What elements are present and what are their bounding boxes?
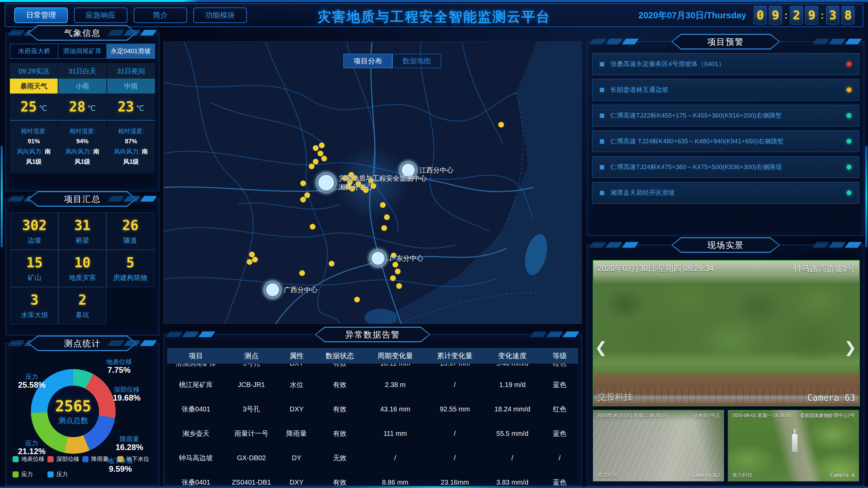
project-dot[interactable]: [300, 197, 306, 202]
alarm-panel-title: 异常数据告警: [315, 327, 430, 342]
project-dot[interactable]: [252, 257, 258, 263]
sub-camera-view-2[interactable]: 2020-06-01 星期一 18:36:41 娄底固体废物处理中心2号 致力科…: [728, 410, 859, 482]
project-dot[interactable]: [319, 143, 324, 148]
project-dot[interactable]: [246, 259, 252, 265]
alarm-cell: 湘乡壶天: [167, 429, 225, 438]
clock-digit: 9: [805, 6, 818, 24]
warning-item-4[interactable]: 仁博高速 TJ24标K480+635～K480+940(K941+650)右侧路…: [592, 130, 859, 152]
weather-temperature: 23℃: [107, 94, 155, 121]
panel-decoration: [814, 39, 860, 44]
legend-label: 地表位移: [21, 455, 44, 463]
project-dot[interactable]: [384, 215, 390, 220]
stat-label: 地质灾害: [69, 273, 96, 282]
alarm-cell: /: [541, 454, 578, 462]
warning-item-6[interactable]: 湘潭县天易经开区滑坡: [592, 182, 859, 204]
project-dot[interactable]: [313, 145, 319, 151]
nav-button-2[interactable]: 应急响应: [74, 7, 127, 23]
weather-panel: 气象信息 水府庙大桥滑油洞尾矿库永定0401滑坡 09:29实况暴雨天气25℃相…: [5, 33, 159, 191]
project-dot[interactable]: [390, 276, 396, 281]
warning-item-1[interactable]: 张桑高速永定服务区4号滑坡体（0401）: [592, 53, 859, 75]
project-dot[interactable]: [309, 163, 315, 169]
warning-text: 仁博高速 TJ24标K480+635～K480+940(K941+650)右侧路…: [610, 137, 847, 146]
camera-timestamp: 2020年06月02日 星期二 06:55:57: [597, 413, 668, 419]
bullet-icon: [600, 62, 604, 66]
digital-clock: 09:29:38: [754, 6, 854, 24]
alarm-table-row[interactable]: 桃江尾矿库JCB-JR1水位有效2.38 m/1.19 m/d蓝色: [167, 372, 578, 397]
alarm-cell: 水位: [278, 380, 315, 389]
project-dot[interactable]: [396, 283, 402, 289]
legend-label: 深部位移: [56, 455, 79, 463]
project-dot[interactable]: [318, 151, 323, 157]
alarm-cell: 15.97 mm: [426, 364, 484, 367]
stat-label: 隧道: [123, 236, 137, 245]
project-dot[interactable]: [313, 159, 319, 164]
camera-id-label: Camera 63: [807, 393, 855, 403]
prev-camera-arrow[interactable]: ❮: [595, 340, 607, 355]
camera-location-label: 娄底固体废物处理中心2号: [800, 413, 855, 419]
alarm-cell: DXY: [278, 479, 315, 486]
total-points-label: 测点总数: [58, 415, 88, 426]
marker-ring-icon: [265, 282, 280, 298]
alarm-table-row[interactable]: 张桑0401ZS0401-DB1DXY有效8.86 mm23.16mm3.83 …: [167, 470, 578, 488]
callout-percent: 9.59%: [107, 465, 133, 473]
alarm-cell: 10.12 mm: [364, 364, 426, 367]
top-accent-line: [0, 0, 868, 2]
alarm-table-row[interactable]: 滑油洞尾矿库5号孔DXY有效10.12 mm15.97 mm5.46 mm/d橙…: [167, 364, 578, 372]
stat-value: 31: [74, 218, 91, 233]
alarm-cell: /: [426, 454, 484, 462]
map-tab-2[interactable]: 数据地图: [392, 54, 441, 68]
warning-text: 长韶娄道林互通边坡: [610, 85, 847, 94]
project-dot[interactable]: [300, 180, 306, 186]
project-dot[interactable]: [310, 224, 315, 229]
project-dot[interactable]: [380, 202, 386, 208]
status-dot-icon: [847, 165, 851, 169]
map-marker[interactable]: 灾害地质与工程安全监测中心湘潭分中心: [317, 174, 427, 192]
summary-stat-隧道: 26隧道: [106, 212, 154, 250]
warning-item-3[interactable]: 仁博高速TJ22标K455+175～K455+360(K916+200)右侧路堑: [592, 105, 859, 126]
alarm-cell: 3号孔: [225, 405, 278, 414]
project-dot[interactable]: [321, 156, 327, 162]
warning-panel-title-plaque: 项目预警: [671, 34, 780, 49]
panel-decoration: [591, 39, 637, 44]
weather-tab-1[interactable]: 水府庙大桥: [10, 44, 58, 59]
legend-swatch: [13, 456, 19, 462]
summary-stat-基坑: 2基坑: [58, 287, 106, 324]
weather-tabs: 水府庙大桥滑油洞尾矿库永定0401滑坡: [10, 44, 155, 59]
panel-decoration: [168, 331, 213, 337]
temperature-unit: ℃: [87, 104, 96, 113]
map-marker[interactable]: 广东分中心: [370, 250, 423, 266]
warning-item-2[interactable]: 长韶娄道林互通边坡: [592, 79, 859, 101]
marker-label: 江西分中心: [419, 166, 453, 175]
clock-digit: 3: [826, 6, 839, 24]
marker-label: 灾害地质与工程安全监测中心湘潭分中心: [339, 174, 427, 191]
stat-value: 302: [22, 218, 47, 233]
nav-button-1[interactable]: 日常管理: [14, 7, 68, 23]
summary-stat-矿山: 15矿山: [11, 250, 58, 287]
alarm-table-row[interactable]: 湘乡壶天雨量计一号降雨量有效111 mm/55.5 mm/d蓝色: [167, 421, 578, 446]
map-marker[interactable]: 广西分中心: [265, 282, 318, 298]
weather-tab-2[interactable]: 滑油洞尾矿库: [58, 44, 106, 59]
right-edge-decoration: [865, 146, 867, 247]
legend-label: 压力: [56, 470, 68, 478]
project-dot[interactable]: [299, 270, 305, 276]
weather-humidity-wind: 相对湿度: 87%风向风力: 南风1级: [107, 121, 155, 173]
alarm-table-body: 滑油洞尾矿库5号孔DXY有效10.12 mm15.97 mm5.46 mm/d橙…: [167, 364, 578, 488]
project-dot[interactable]: [395, 269, 400, 274]
project-dot[interactable]: [329, 261, 335, 266]
nav-button-3[interactable]: 简介: [134, 7, 187, 23]
warning-item-5[interactable]: 仁博高速TJ24标K475+360～K475+500(K936+300)右侧路堤: [592, 156, 859, 178]
map-tab-1[interactable]: 项目分布: [343, 54, 392, 68]
alarm-table-row[interactable]: 钟马高边坡GX-DB02DY无效////: [167, 446, 578, 470]
stat-value: 15: [26, 255, 43, 270]
alarm-table-row[interactable]: 张桑04013号孔DXY有效43.16 mm92.55 mm18.24 mm/d…: [167, 397, 578, 421]
project-dot[interactable]: [381, 225, 387, 231]
weather-tab-3[interactable]: 永定0401滑坡: [107, 44, 155, 59]
alarm-cell: ZS0401-DB1: [225, 479, 278, 486]
sub-camera-view-1[interactable]: 2020年06月02日 星期二 06:55:57 泊水坝1号点 致力科技 Cam…: [593, 410, 724, 482]
nav-button-4[interactable]: 功能模块: [193, 7, 247, 23]
alarm-cell: 43.16 mm: [364, 405, 426, 413]
alarm-cell: 有效: [315, 405, 364, 414]
project-dot[interactable]: [498, 122, 504, 127]
next-camera-arrow[interactable]: ❯: [844, 340, 856, 355]
project-dot[interactable]: [354, 297, 360, 303]
